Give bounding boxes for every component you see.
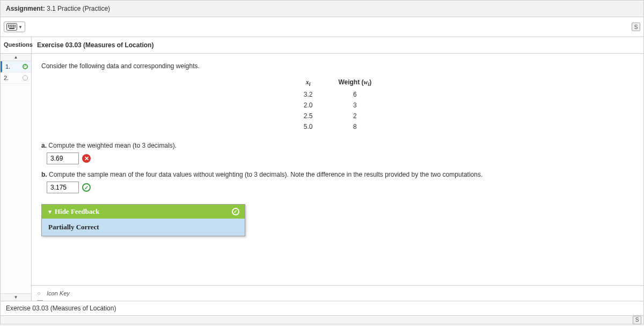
incorrect-icon: ✕ xyxy=(82,154,91,163)
status-empty-icon xyxy=(23,75,28,81)
svg-rect-8 xyxy=(11,26,12,27)
save-button-bottom[interactable]: S xyxy=(633,316,641,324)
svg-rect-4 xyxy=(13,25,14,26)
main-content-row: ▲ 1. 2. ▼ Hi Consider the following data… xyxy=(0,54,644,301)
svg-rect-3 xyxy=(11,25,12,26)
icon-key-row[interactable]: Icon Key xyxy=(32,285,643,301)
svg-rect-10 xyxy=(14,26,16,27)
save-button-bottom-label: S xyxy=(635,317,639,323)
question-item-1[interactable]: 1. xyxy=(1,61,31,73)
toolbar: ▼ S xyxy=(0,17,644,37)
footer-exercise: Exercise 03.03 (Measures of Location) xyxy=(0,301,644,316)
icon-key-label: Icon Key xyxy=(47,290,70,296)
keyboard-icon xyxy=(6,23,17,31)
part-a-answer-row: ✕ xyxy=(47,153,634,164)
svg-rect-1 xyxy=(8,25,9,26)
question-item-2[interactable]: 2. xyxy=(1,73,31,84)
part-a-label: a. xyxy=(41,142,47,149)
col-header-weight: Weight (wi) xyxy=(325,76,384,89)
feedback-toggle[interactable]: ▼Hide Feedback ✓ xyxy=(42,205,245,219)
part-b-text: Compute the sample mean of the four data… xyxy=(49,171,482,178)
svg-rect-9 xyxy=(13,26,14,27)
svg-rect-7 xyxy=(10,26,11,27)
question-number: 2. xyxy=(4,75,9,81)
save-button-top[interactable]: S xyxy=(632,23,640,31)
chevron-down-icon: ▼ xyxy=(47,209,53,215)
svg-rect-6 xyxy=(8,26,9,27)
sidebar-scroll-down[interactable]: ▼ xyxy=(1,293,31,301)
question-number: 1. xyxy=(5,63,10,70)
table-row: 2.03 xyxy=(291,100,385,111)
footer-scroll: S xyxy=(0,316,644,324)
svg-rect-2 xyxy=(10,25,11,26)
chevron-down-icon: ▼ xyxy=(18,25,23,30)
table-row: 2.52 xyxy=(291,111,385,121)
footer-exercise-title: Exercise 03.03 (Measures of Location) xyxy=(6,305,116,312)
sidebar-scroll-up[interactable]: ▲ xyxy=(1,54,31,61)
key-icon xyxy=(37,290,43,296)
exercise-header: Questions Exercise 03.03 (Measures of Lo… xyxy=(0,37,644,54)
svg-rect-5 xyxy=(14,25,16,26)
questions-column-header: Questions xyxy=(1,37,32,53)
col-header-x: xi xyxy=(291,76,326,89)
part-a-text: Compute the weighted mean (to 3 decimals… xyxy=(48,142,177,149)
data-table: xi Weight (wi) 3.26 2.03 2.52 5.08 xyxy=(291,76,385,132)
feedback-status-text: Partially Correct xyxy=(42,219,245,236)
feedback-box: ▼Hide Feedback ✓ Partially Correct xyxy=(41,204,245,236)
feedback-toggle-label: Hide Feedback xyxy=(55,207,99,215)
keyboard-button[interactable]: ▼ xyxy=(4,21,25,32)
part-a: a. Compute the weighted mean (to 3 decim… xyxy=(41,142,634,149)
question-sidebar: ▲ 1. 2. ▼ xyxy=(1,54,32,301)
intro-text: Consider the following data and correspo… xyxy=(41,62,634,70)
feedback-status-icon: ✓ xyxy=(232,208,239,215)
assignment-title: 3.1 Practice (Practice) xyxy=(47,5,110,12)
table-row: 5.08 xyxy=(291,121,385,132)
part-b-answer-row: ✓ xyxy=(47,182,634,193)
question-content: Hi Consider the following data and corre… xyxy=(32,54,643,301)
save-button-top-label: S xyxy=(634,24,638,30)
part-a-input[interactable] xyxy=(47,153,79,164)
table-row: 3.26 xyxy=(291,89,385,100)
part-b-input[interactable] xyxy=(47,182,79,193)
status-complete-icon xyxy=(23,64,28,69)
correct-icon: ✓ xyxy=(82,183,91,192)
assignment-label: Assignment: xyxy=(6,5,45,12)
exercise-title: Exercise 03.03 (Measures of Location) xyxy=(32,37,643,53)
svg-rect-11 xyxy=(9,28,14,29)
part-b-label: b. xyxy=(41,171,47,178)
assignment-header: Assignment: 3.1 Practice (Practice) xyxy=(0,0,644,17)
part-b: b. Compute the sample mean of the four d… xyxy=(41,171,634,178)
